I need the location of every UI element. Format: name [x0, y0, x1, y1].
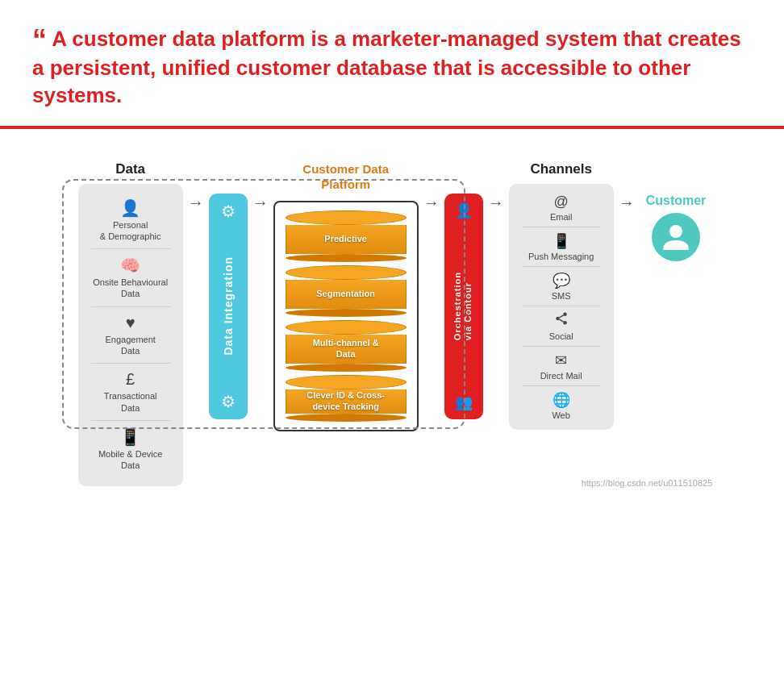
- personal-icon: 👤: [120, 198, 140, 218]
- data-title: Data: [115, 161, 145, 177]
- cyl-top-1: [286, 210, 407, 225]
- channels-title: Channels: [530, 161, 592, 177]
- behavioural-label: Onsite BehaviouralData: [93, 277, 168, 300]
- engagement-icon: ♥: [126, 314, 136, 332]
- cdp-title: Customer DataPlatform: [302, 161, 389, 193]
- quote-text: “ A customer data platform is a marketer…: [32, 26, 752, 110]
- behavioural-icon: 🧠: [120, 256, 140, 275]
- cyl-label-2: Segmentation: [316, 289, 375, 299]
- cyl-top-2: [286, 265, 407, 280]
- svg-point-5: [669, 225, 682, 238]
- data-item-mobile: 📱 Mobile & DeviceData: [91, 421, 170, 478]
- integration-box: ⚙ Data Integration ⚙: [209, 194, 248, 419]
- gear-bottom-icon: ⚙: [221, 392, 236, 411]
- data-item-transactional: £ TransactionalData: [91, 364, 170, 421]
- customer-box: Customer: [646, 194, 707, 261]
- data-item-personal: 👤 Personal& Demographic: [91, 192, 170, 250]
- data-item-behavioural: 🧠 Onsite BehaviouralData: [91, 249, 170, 307]
- cyl-label-1: Predictive: [324, 234, 367, 244]
- diagram-wrapper: Data 👤 Personal& Demographic 🧠 Onsite Be…: [62, 153, 723, 494]
- cdp-layer-predictive: Predictive: [286, 210, 407, 262]
- transactional-icon: £: [126, 370, 135, 389]
- cyl-label-4: Clever ID & Cross-device Tracking: [307, 390, 385, 411]
- channel-push: 📱 Push Messaging: [522, 227, 601, 267]
- customer-label: Customer: [646, 194, 707, 208]
- cdp-layer-clever-id: Clever ID & Cross-device Tracking: [286, 375, 407, 422]
- cyl-top-3: [286, 320, 407, 335]
- direct-mail-label: Direct Mail: [540, 371, 582, 381]
- cdp-stack: Predictive Segmentation: [273, 201, 419, 431]
- quote-mark: “: [32, 23, 47, 56]
- svg-line-4: [559, 314, 563, 317]
- direct-mail-icon: ✉: [555, 352, 567, 369]
- web-icon: 🌐: [553, 391, 570, 409]
- svg-point-2: [563, 321, 567, 325]
- cyl-bottom-3: [286, 364, 407, 372]
- cdp-section: Customer DataPlatform Predictive: [273, 161, 419, 431]
- personal-label: Personal& Demographic: [100, 219, 161, 243]
- arrow-channels-to-customer: →: [619, 194, 635, 212]
- channels-box: Channels @ Email 📱 Push Messaging 💬 SMS: [509, 161, 614, 430]
- arrow-orchestration-to-channels: →: [488, 194, 504, 212]
- channel-email: @ Email: [522, 189, 601, 227]
- push-icon: 📱: [553, 232, 570, 250]
- data-panel: 👤 Personal& Demographic 🧠 Onsite Behavio…: [78, 184, 183, 486]
- web-label: Web: [552, 410, 569, 420]
- social-label: Social: [549, 331, 573, 341]
- engagement-label: EngagementData: [105, 334, 155, 357]
- cyl-bottom-2: [286, 309, 407, 317]
- arrow-integration-to-cdp: →: [252, 194, 269, 212]
- sms-icon: 💬: [553, 272, 570, 289]
- channel-sms: 💬 SMS: [522, 267, 601, 306]
- data-box: Data 👤 Personal& Demographic 🧠 Onsite Be…: [78, 161, 183, 486]
- cyl-body-3: Multi-channel &Data: [286, 335, 407, 364]
- email-label: Email: [550, 212, 573, 222]
- channel-social: Social: [522, 306, 601, 347]
- cyl-top-4: [286, 375, 407, 389]
- quote-section: “ A customer data platform is a marketer…: [0, 0, 784, 129]
- customer-avatar: [652, 213, 700, 261]
- channel-web: 🌐 Web: [522, 386, 601, 425]
- integration-label: Data Integration: [222, 256, 235, 356]
- cyl-body-2: Segmentation: [286, 280, 407, 309]
- person-bottom-icon: 👥: [455, 393, 473, 411]
- mobile-icon: 📱: [120, 427, 140, 447]
- svg-line-3: [559, 319, 563, 322]
- cdp-layer-multichannel: Multi-channel &Data: [286, 320, 407, 372]
- svg-point-0: [563, 312, 567, 316]
- push-label: Push Messaging: [528, 252, 594, 261]
- diagram-section: Data 👤 Personal& Demographic 🧠 Onsite Be…: [0, 129, 784, 510]
- email-icon: @: [554, 194, 569, 210]
- social-icon: [554, 311, 569, 330]
- cyl-bottom-4: [286, 414, 407, 422]
- transactional-label: TransactionalData: [104, 390, 157, 414]
- channel-direct-mail: ✉ Direct Mail: [522, 347, 601, 386]
- orchestration-box: 👤 Orchestrationvia Contour 👥: [444, 194, 483, 419]
- person-top-icon: 👤: [455, 202, 473, 219]
- watermark: https://blog.csdn.net/u011510825: [582, 478, 713, 488]
- cdp-layer-segmentation: Segmentation: [286, 265, 407, 317]
- orchestration-label: Orchestrationvia Contour: [452, 272, 473, 340]
- mobile-label: Mobile & DeviceData: [98, 448, 162, 472]
- arrow-cdp-to-orchestration: →: [423, 194, 440, 212]
- quote-content: A customer data platform is a marketer-m…: [32, 27, 741, 107]
- cyl-label-3: Multi-channel &Data: [313, 338, 379, 359]
- gear-top-icon: ⚙: [221, 202, 236, 221]
- channels-panel: @ Email 📱 Push Messaging 💬 SMS: [509, 184, 614, 430]
- sms-label: SMS: [552, 291, 571, 301]
- svg-point-1: [556, 316, 560, 320]
- data-item-engagement: ♥ EngagementData: [91, 307, 170, 364]
- arrow-data-to-integration: →: [188, 194, 204, 212]
- cyl-body-4: Clever ID & Cross-device Tracking: [286, 389, 407, 414]
- cyl-body-1: Predictive: [286, 225, 407, 254]
- cyl-bottom-1: [286, 254, 407, 262]
